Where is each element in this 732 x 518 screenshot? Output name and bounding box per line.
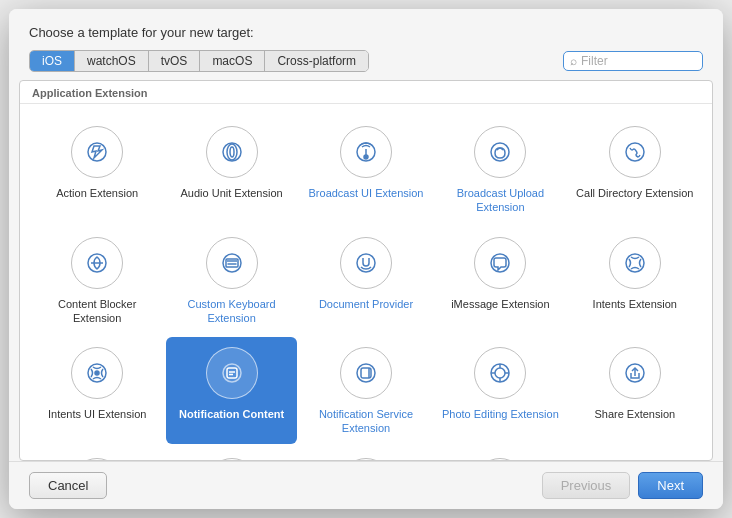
dialog-title: Choose a template for your new target:: [29, 25, 703, 40]
item-content-blocker[interactable]: Content Blocker Extension: [32, 227, 162, 334]
item-notification-content[interactable]: Notification Content: [166, 337, 296, 444]
item-action[interactable]: Action Extension: [32, 116, 162, 223]
filter-wrap: ⌕: [563, 51, 703, 71]
item-icon-num17: 17: [474, 458, 526, 460]
item-broadcast-upload[interactable]: Broadcast Upload Extension: [435, 116, 565, 223]
item-label-action: Action Extension: [56, 186, 138, 200]
item-icon-safari: [71, 458, 123, 460]
tabs-group: iOS watchOS tvOS macOS Cross-platform: [29, 50, 369, 72]
item-share[interactable]: Share Extension: [570, 337, 700, 444]
dialog-header: Choose a template for your new target: i…: [9, 9, 723, 80]
dialog: Choose a template for your new target: i…: [9, 9, 723, 509]
item-call-directory[interactable]: Call Directory Extension: [570, 116, 700, 223]
item-label-photo-editing: Photo Editing Extension: [442, 407, 559, 421]
footer-right: Previous Next: [542, 472, 703, 499]
item-safari[interactable]: [32, 448, 162, 460]
svg-point-24: [357, 364, 375, 382]
tabs-row: iOS watchOS tvOS macOS Cross-platform ⌕: [29, 50, 703, 72]
item-icon-document-provider: [340, 237, 392, 289]
tab-crossplatform[interactable]: Cross-platform: [265, 51, 368, 71]
tab-ios[interactable]: iOS: [30, 51, 75, 71]
item-audio-unit[interactable]: Audio Unit Extension: [166, 116, 296, 223]
item-label-notification-content: Notification Content: [179, 407, 284, 421]
svg-point-1: [223, 143, 241, 161]
item-label-notification-service: Notification Service Extension: [305, 407, 427, 436]
tab-watchos[interactable]: watchOS: [75, 51, 149, 71]
item-icon-spotlight: [340, 458, 392, 460]
item-label-call-directory: Call Directory Extension: [576, 186, 693, 200]
svg-point-7: [626, 143, 644, 161]
dialog-footer: Cancel Previous Next: [9, 461, 723, 509]
item-icon-action: [71, 126, 123, 178]
item-icon-intents-ui: [71, 347, 123, 399]
item-label-intents: Intents Extension: [593, 297, 677, 311]
item-num17[interactable]: 17: [435, 448, 565, 460]
item-label-document-provider: Document Provider: [319, 297, 413, 311]
item-icon-content-blocker: [71, 237, 123, 289]
item-broadcast-ui[interactable]: Broadcast UI Extension: [301, 116, 431, 223]
cancel-button[interactable]: Cancel: [29, 472, 107, 499]
item-icon-call-directory: [609, 126, 661, 178]
item-icon-photo-editing: [474, 347, 526, 399]
item-icon-audio-unit: [206, 126, 258, 178]
item-intents-ui[interactable]: Intents UI Extension: [32, 337, 162, 444]
next-button[interactable]: Next: [638, 472, 703, 499]
item-icon-notification-content: [206, 347, 258, 399]
item-icon-share: [609, 347, 661, 399]
section-label: Application Extension: [20, 81, 712, 104]
item-label-audio-unit: Audio Unit Extension: [181, 186, 283, 200]
item-icon-intents: [609, 237, 661, 289]
svg-point-5: [364, 155, 368, 159]
item-label-broadcast-upload: Broadcast Upload Extension: [439, 186, 561, 215]
content-area: Application Extension Action Extension: [19, 80, 713, 461]
svg-point-27: [495, 368, 505, 378]
item-icon-notification-service: [340, 347, 392, 399]
svg-point-3: [230, 147, 234, 157]
item-siri[interactable]: [166, 448, 296, 460]
svg-point-19: [626, 254, 644, 272]
item-photo-editing[interactable]: Photo Editing Extension: [435, 337, 565, 444]
item-icon-siri: [206, 458, 258, 460]
svg-point-22: [223, 364, 241, 382]
filter-input[interactable]: [581, 54, 696, 68]
item-label-share: Share Extension: [594, 407, 675, 421]
tab-tvos[interactable]: tvOS: [149, 51, 201, 71]
item-label-intents-ui: Intents UI Extension: [48, 407, 146, 421]
grid: Action Extension Audio Unit Extension: [24, 112, 708, 460]
item-icon-broadcast-upload: [474, 126, 526, 178]
item-label-imessage: iMessage Extension: [451, 297, 549, 311]
item-intents[interactable]: Intents Extension: [570, 227, 700, 334]
item-icon-imessage: [474, 237, 526, 289]
item-label-broadcast-ui: Broadcast UI Extension: [309, 186, 424, 200]
filter-icon: ⌕: [570, 54, 577, 68]
item-notification-service[interactable]: Notification Service Extension: [301, 337, 431, 444]
item-imessage[interactable]: iMessage Extension: [435, 227, 565, 334]
previous-button[interactable]: Previous: [542, 472, 631, 499]
item-icon-broadcast-ui: [340, 126, 392, 178]
svg-point-21: [95, 371, 99, 375]
item-spotlight[interactable]: [301, 448, 431, 460]
item-icon-custom-keyboard: [206, 237, 258, 289]
grid-scroll[interactable]: Action Extension Audio Unit Extension: [20, 104, 712, 460]
item-custom-keyboard[interactable]: Custom Keyboard Extension: [166, 227, 296, 334]
tab-macos[interactable]: macOS: [200, 51, 265, 71]
item-label-content-blocker: Content Blocker Extension: [36, 297, 158, 326]
item-document-provider[interactable]: Document Provider: [301, 227, 431, 334]
item-label-custom-keyboard: Custom Keyboard Extension: [170, 297, 292, 326]
svg-rect-23: [227, 368, 237, 378]
